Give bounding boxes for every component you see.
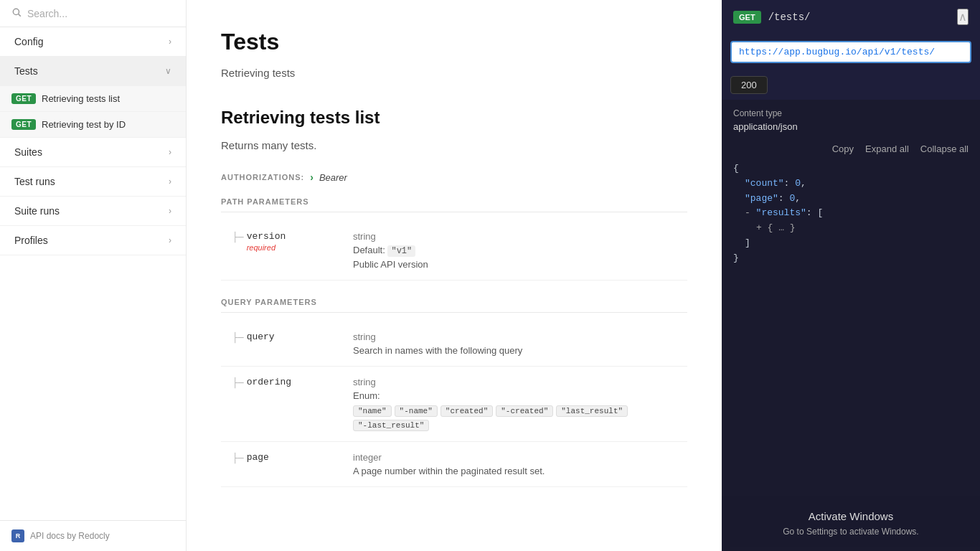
content-type-value: application/json <box>733 121 969 132</box>
path-params-header: PATH PARAMETERS <box>221 197 687 212</box>
param-name-page: page <box>247 452 269 463</box>
param-type-page: integer <box>353 452 687 463</box>
param-default-version: Default: "v1" <box>353 245 687 256</box>
enum-tag: "last_result" <box>556 405 628 417</box>
sidebar-item-suites-label: Suites <box>14 146 42 158</box>
tree-line-ordering: ├─ <box>232 377 244 388</box>
endpoint-bar: GET /tests/ ∧ <box>722 0 980 34</box>
sidebar-sub-item-retrieving-tests-list[interactable]: GET Retrieving tests list <box>0 86 186 112</box>
sidebar-item-test-runs[interactable]: Test runs › <box>0 167 186 197</box>
param-row-version: ├─ version required string Default: "v1"… <box>221 221 687 281</box>
svg-point-0 <box>13 9 19 14</box>
svg-line-1 <box>19 14 21 17</box>
enum-tag: "created" <box>440 405 493 417</box>
search-bar[interactable]: Search... <box>0 0 186 27</box>
json-line-count: "count": 0, <box>733 176 969 192</box>
param-name-query: query <box>247 331 275 342</box>
chevron-right-icon-test-runs: › <box>169 176 171 187</box>
param-row-page: ├─ page integer A page number within the… <box>221 442 687 487</box>
redocly-logo-icon: R <box>11 529 24 542</box>
get-badge-2: GET <box>11 119 36 130</box>
enum-tag: "-created" <box>496 405 553 417</box>
param-detail-col-page: integer A page number within the paginat… <box>353 452 687 476</box>
sidebar-item-profiles[interactable]: Profiles › <box>0 226 186 255</box>
param-enum-label-ordering: Enum: <box>353 390 687 401</box>
query-params-section: QUERY PARAMETERS ├─ query string Search … <box>221 298 687 487</box>
endpoint-left: GET /tests/ <box>733 11 810 24</box>
chevron-right-icon-suites: › <box>169 147 171 157</box>
chevron-right-icon-profiles: › <box>169 235 171 245</box>
page-subtitle: Retrieving tests <box>221 67 687 79</box>
enum-tag: "name" <box>353 405 392 417</box>
param-detail-col-query: string Search in names with the followin… <box>353 331 687 356</box>
param-type-query: string <box>353 331 687 342</box>
param-row-ordering: ├─ ordering string Enum: "name""-name""c… <box>221 367 687 442</box>
copy-button[interactable]: Copy <box>832 143 854 154</box>
path-params-label: PATH PARAMETERS <box>221 197 309 206</box>
param-name-version: version <box>247 231 286 242</box>
param-name-col-version: ├─ version required <box>221 231 336 270</box>
auth-value: Bearer <box>319 172 347 183</box>
sidebar-item-suite-runs[interactable]: Suite runs › <box>0 197 186 226</box>
url-input[interactable] <box>730 41 971 63</box>
param-row-query: ├─ query string Search in names with the… <box>221 321 687 367</box>
chevron-right-icon: › <box>169 37 171 47</box>
json-line-results-header: - "results": [ <box>733 206 969 221</box>
param-desc-page: A page number within the paginated resul… <box>353 466 687 476</box>
search-placeholder: Search... <box>27 8 67 19</box>
param-desc-version: Public API version <box>353 259 687 270</box>
query-params-header: QUERY PARAMETERS <box>221 298 687 313</box>
sidebar-item-test-runs-label: Test runs <box>14 176 55 187</box>
auth-expand-icon[interactable]: › <box>310 171 314 183</box>
get-badge-1: GET <box>11 93 36 104</box>
path-params-section: PATH PARAMETERS ├─ version required stri… <box>221 197 687 281</box>
tree-line-page: ├─ <box>232 452 244 463</box>
json-line-page: "page": 0, <box>733 192 969 207</box>
right-panel-inner: GET /tests/ ∧ 200 Content type applicati… <box>722 0 980 551</box>
param-type-ordering: string <box>353 377 687 387</box>
endpoint-path: /tests/ <box>768 11 811 23</box>
tree-line-query: ├─ <box>232 331 244 343</box>
sidebar-sub-label-2: Retrieving test by ID <box>42 119 126 130</box>
sidebar: Search... Config › Tests ∨ GET Retrievin… <box>0 0 187 551</box>
query-params-label: QUERY PARAMETERS <box>221 298 317 306</box>
method-badge: GET <box>733 11 761 24</box>
status-badge: 200 <box>730 76 768 94</box>
param-name-col-query: ├─ query <box>221 331 336 356</box>
url-input-wrap <box>722 34 980 70</box>
param-detail-col-ordering: string Enum: "name""-name""created""-cre… <box>353 377 687 431</box>
sidebar-nav: Config › Tests ∨ GET Retrieving tests li… <box>0 27 186 520</box>
section-title: Retrieving tests list <box>221 108 687 128</box>
sidebar-item-config[interactable]: Config › <box>0 27 186 57</box>
tree-line-icon: ├─ <box>232 231 244 242</box>
sidebar-item-tests[interactable]: Tests ∨ <box>0 57 186 86</box>
json-block: { "count": 0, "page": 0, - "results": [ … <box>733 161 969 266</box>
sidebar-sub-item-retrieving-test-by-id[interactable]: GET Retrieving test by ID <box>0 112 186 138</box>
response-actions: Copy Expand all Collapse all <box>733 143 969 154</box>
chevron-down-icon: ∨ <box>165 66 171 76</box>
param-desc-query: Search in names with the following query <box>353 345 687 356</box>
activate-windows-overlay: Activate Windows Go to Settings to activ… <box>722 496 980 551</box>
activate-windows-title: Activate Windows <box>736 510 966 522</box>
sidebar-tests-sub: GET Retrieving tests list GET Retrieving… <box>0 86 186 138</box>
authorizations-row: AUTHORIZATIONS: › Bearer <box>221 171 687 183</box>
json-line-open: { <box>733 161 969 176</box>
enum-tag: "-name" <box>395 405 438 417</box>
search-icon <box>11 7 22 19</box>
json-line-results-expand[interactable]: + { … } <box>733 221 969 236</box>
collapse-button[interactable]: ∧ <box>957 9 969 25</box>
sidebar-item-suite-runs-label: Suite runs <box>14 205 60 217</box>
collapse-all-button[interactable]: Collapse all <box>920 143 969 154</box>
enum-values-ordering: "name""-name""created""-created""last_re… <box>353 405 687 431</box>
param-name-col-ordering: ├─ ordering <box>221 377 336 431</box>
param-type-version: string <box>353 231 687 242</box>
sidebar-footer[interactable]: R API docs by Redocly <box>0 520 186 551</box>
section-desc: Returns many tests. <box>221 139 687 151</box>
param-default-value-version: "v1" <box>387 245 415 257</box>
param-detail-col-version: string Default: "v1" Public API version <box>353 231 687 270</box>
sidebar-item-suites[interactable]: Suites › <box>0 138 186 167</box>
expand-all-button[interactable]: Expand all <box>865 143 909 154</box>
right-panel: GET /tests/ ∧ 200 Content type applicati… <box>722 0 980 551</box>
authorizations-label: AUTHORIZATIONS: <box>221 173 304 182</box>
footer-label: API docs by Redocly <box>30 531 110 541</box>
